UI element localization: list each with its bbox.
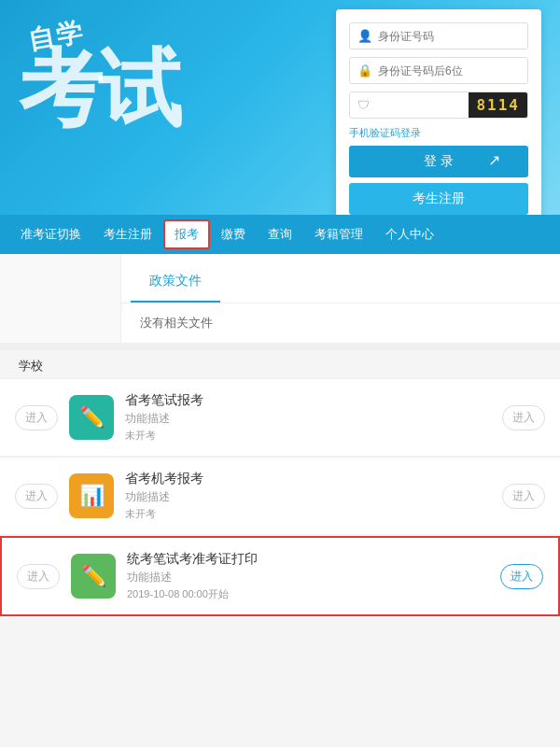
function-card-1: 进入 ✏️ 省考笔试报考 功能描述 未开考 进入	[0, 378, 560, 456]
card-info-2: 省考机考报考 功能描述 未开考	[125, 471, 502, 521]
id-field[interactable]: 👤	[349, 22, 528, 49]
card-info-3: 统考笔试考准考证打印 功能描述 2019-10-08 00:00开始	[127, 551, 500, 601]
nav-item-query[interactable]: 查询	[257, 217, 303, 252]
policy-section: 政策文件 没有相关文件	[0, 254, 560, 343]
id-last6-input[interactable]	[378, 64, 520, 78]
user-icon: 👤	[357, 29, 372, 43]
policy-content: 没有相关文件	[121, 303, 560, 343]
enter-left-2[interactable]: 进入	[15, 484, 58, 509]
navbar: 准考证切换 考生注册 报考 缴费 查询 考籍管理 个人中心	[0, 215, 560, 254]
policy-sidebar	[0, 254, 121, 343]
enter-right-2[interactable]: 进入	[502, 484, 545, 509]
captcha-field[interactable]: 🛡 8114	[349, 92, 528, 119]
card-date-1: 未开考	[125, 429, 502, 443]
enter-right-3[interactable]: 进入	[500, 564, 543, 589]
function-card-2: 进入 📊 省考机考报考 功能描述 未开考 进入	[0, 457, 560, 534]
nav-item-register[interactable]: 考生注册	[92, 217, 163, 252]
card-desc-1: 功能描述	[125, 411, 502, 427]
card-icon-2: 📊	[69, 473, 114, 518]
hero-section: 自学 考试 👤 🔒 🛡 8114 手机验证码登录 登 录 考生注册	[0, 0, 560, 215]
login-card: 👤 🔒 🛡 8114 手机验证码登录 登 录 考生注册	[336, 9, 541, 215]
nav-item-profile[interactable]: 个人中心	[374, 217, 445, 252]
enter-right-1[interactable]: 进入	[502, 405, 545, 430]
nav-item-switch[interactable]: 准考证切换	[9, 217, 92, 252]
phone-login-link[interactable]: 手机验证码登录	[349, 126, 528, 140]
card-date-2: 未开考	[125, 507, 502, 521]
policy-main: 政策文件 没有相关文件	[121, 254, 560, 343]
nav-item-pay[interactable]: 缴费	[210, 217, 257, 252]
shield-icon: 🛡	[350, 92, 377, 118]
card-info-1: 省考笔试报考 功能描述 未开考	[125, 392, 502, 443]
school-label: 学校	[0, 350, 560, 378]
nav-item-records[interactable]: 考籍管理	[303, 217, 374, 252]
login-button[interactable]: 登 录	[349, 146, 528, 177]
card-icon-symbol-3: ✏️	[81, 564, 106, 588]
enter-left-1[interactable]: 进入	[15, 405, 58, 430]
policy-empty-text: 没有相关文件	[140, 316, 213, 330]
id-input[interactable]	[378, 30, 520, 43]
card-date-3: 2019-10-08 00:00开始	[127, 587, 500, 601]
captcha-input[interactable]	[377, 93, 452, 118]
card-icon-symbol-2: 📊	[79, 484, 105, 508]
function-card-3: 进入 ✏️ 统考笔试考准考证打印 功能描述 2019-10-08 00:00开始…	[0, 536, 560, 616]
lock-icon: 🔒	[357, 63, 372, 78]
register-button[interactable]: 考生注册	[349, 183, 528, 215]
card-icon-symbol-1: ✏️	[79, 405, 105, 430]
card-desc-3: 功能描述	[127, 570, 500, 585]
cards-section: 学校 进入 ✏️ 省考笔试报考 功能描述 未开考 进入 进入 📊 省考机考报考 …	[0, 350, 560, 616]
card-title-2: 省考机考报考	[125, 471, 502, 487]
captcha-image[interactable]: 8114	[469, 92, 527, 118]
id-last6-field[interactable]: 🔒	[349, 57, 528, 84]
enter-left-3[interactable]: 进入	[17, 564, 60, 589]
nav-item-apply[interactable]: 报考	[163, 219, 210, 249]
card-title-3: 统考笔试考准考证打印	[127, 551, 500, 568]
card-title-1: 省考笔试报考	[125, 392, 502, 409]
hero-big-chars: 考试	[19, 47, 177, 131]
card-desc-2: 功能描述	[125, 489, 502, 505]
section-divider	[0, 343, 560, 350]
card-icon-1: ✏️	[69, 395, 114, 440]
card-icon-3: ✏️	[71, 554, 116, 599]
policy-tab[interactable]: 政策文件	[131, 261, 220, 303]
